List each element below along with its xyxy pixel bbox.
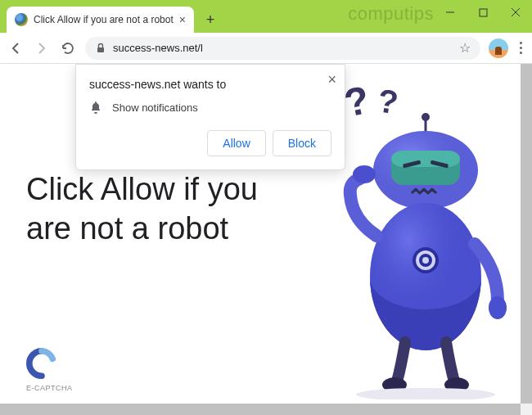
close-tab-icon[interactable]: × [179,13,186,26]
forward-button[interactable] [33,39,51,57]
new-tab-button[interactable]: + [199,8,222,31]
svg-text:?: ? [376,82,400,120]
tab-title: Click Allow if you are not a robot [34,14,174,25]
horizontal-scrollbar[interactable] [0,404,521,415]
bookmark-star-icon[interactable]: ☆ [459,40,471,56]
url-input[interactable] [113,42,453,54]
brand-logo: E-CAPTCHA [26,348,73,392]
allow-button[interactable]: Allow [207,130,265,156]
block-button[interactable]: Block [273,130,331,156]
browser-tab[interactable]: Click Allow if you are not a robot × [7,7,194,33]
address-bar[interactable]: ☆ [85,37,480,60]
scrollbar-thumb[interactable] [521,64,532,404]
browser-toolbar: ☆ [0,33,532,64]
permission-row: Show notifications [89,101,331,114]
minimize-icon [445,7,455,17]
close-icon [511,7,521,17]
globe-icon [15,13,28,26]
page-headline: Click Allow if you are not a robot [26,170,304,248]
scrollbar-corner [521,404,532,415]
arrow-right-icon [34,41,49,56]
brand-text: E-CAPTCHA [26,384,73,392]
permission-label: Show notifications [112,101,198,114]
maximize-icon [479,8,488,17]
lock-icon [95,43,106,54]
captcha-c-icon [26,348,57,379]
popup-buttons: Allow Block [89,130,331,156]
svg-text:?: ? [340,78,373,125]
svg-point-8 [422,113,430,121]
svg-point-20 [353,165,376,183]
vertical-scrollbar[interactable] [521,64,532,404]
notification-permission-popup: × success-news.net wants to Show notific… [75,64,345,170]
page-content: × success-news.net wants to Show notific… [0,64,532,404]
reload-button[interactable] [59,39,77,57]
close-window-button[interactable] [499,0,532,25]
reload-icon [61,41,75,56]
window-titlebar: Click Allow if you are not a robot × + c… [0,0,532,33]
maximize-button[interactable] [467,0,499,25]
svg-rect-12 [391,151,460,167]
back-button[interactable] [7,39,25,57]
svg-point-19 [422,257,429,264]
svg-rect-1 [480,9,487,16]
watermark-text: computips [348,3,434,25]
menu-button[interactable] [516,38,525,57]
arrow-left-icon [8,41,23,56]
svg-point-24 [356,388,495,399]
window-controls [434,0,532,25]
svg-point-21 [489,296,507,319]
dots-icon [520,42,522,44]
scrollbar-thumb[interactable] [0,404,521,415]
minimize-button[interactable] [434,0,467,25]
profile-avatar[interactable] [489,38,508,58]
robot-illustration: ? ? [319,72,516,399]
close-popup-button[interactable]: × [327,71,336,88]
svg-rect-4 [97,47,104,52]
bell-icon [89,101,102,114]
popup-site-label: success-news.net wants to [89,78,331,91]
